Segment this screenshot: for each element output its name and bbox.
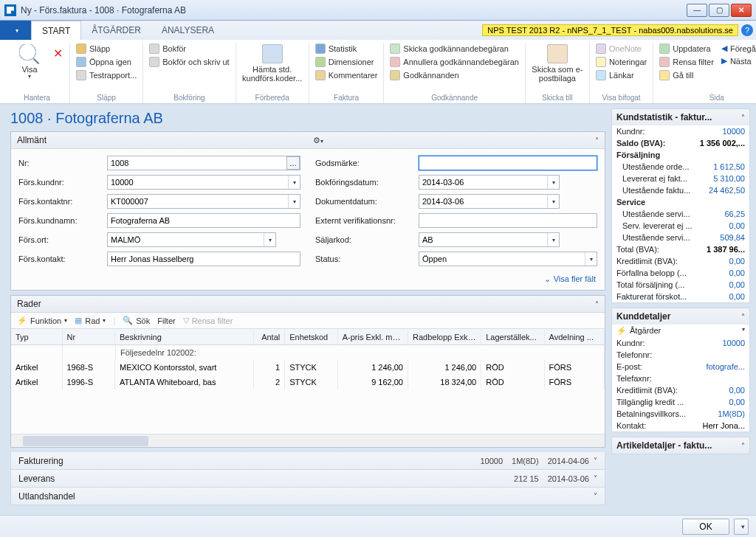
- help-icon[interactable]: ?: [741, 24, 753, 36]
- chevron-up-icon[interactable]: ˄: [595, 300, 599, 308]
- field-godsmarke[interactable]: [419, 156, 597, 170]
- testrapport-button[interactable]: Testrapport...: [75, 69, 138, 81]
- field-fort[interactable]: MALMÖ▾: [107, 232, 276, 247]
- statistics-icon: [315, 44, 326, 54]
- lankar-button[interactable]: Länkar: [594, 69, 648, 81]
- ok-dropdown-button[interactable]: [734, 519, 749, 535]
- chevron-up-icon[interactable]: ˄: [741, 114, 745, 122]
- col-lagerstalle[interactable]: Lagerställek...: [481, 330, 544, 344]
- uppdatera-button[interactable]: Uppdatera: [658, 43, 715, 55]
- hamta-std-button[interactable]: Hämta std. kundförs.koder...: [241, 43, 304, 83]
- visa-button[interactable]: Visa ▾: [9, 43, 50, 80]
- col-nr[interactable]: Nr: [63, 330, 115, 344]
- chevron-down-icon[interactable]: ▾: [547, 195, 559, 208]
- factbox-artikeldetaljer-header[interactable]: Artikeldetaljer - faktu...˄: [612, 437, 749, 454]
- fasttab-allmant-header[interactable]: Allmänt ⚙▾ ˄: [11, 132, 605, 149]
- maximize-button[interactable]: ▢: [709, 4, 729, 17]
- stat-kundnr-value[interactable]: 10000: [701, 127, 745, 136]
- field-externt-ver[interactable]: [419, 213, 597, 228]
- noteringar-button[interactable]: Noteringar: [594, 56, 648, 68]
- fasttab-utlandshandel[interactable]: Utlandshandel ˅: [10, 488, 605, 505]
- chevron-down-icon[interactable]: ▾: [288, 195, 300, 208]
- tab-start[interactable]: START: [31, 21, 81, 40]
- foregaende-button[interactable]: ◀Föregående: [720, 43, 756, 54]
- bokfor-skriv-button[interactable]: Bokför och skriv ut: [148, 56, 230, 68]
- table-row[interactable]: Artikel1968-SMEXICO Kontorsstol, svart1S…: [11, 360, 605, 375]
- rensa-filter-button[interactable]: Rensa filter: [658, 56, 715, 68]
- close-button[interactable]: ✕: [731, 4, 752, 17]
- gear-icon[interactable]: ⚙▾: [313, 136, 323, 145]
- rensa-filter-button[interactable]: ▽Rensa filter: [183, 316, 233, 325]
- field-fkontaktnr[interactable]: KT000007▾: [107, 194, 300, 209]
- bokfor-button[interactable]: Bokför: [148, 43, 230, 55]
- kommentarer-button[interactable]: Kommentarer: [314, 69, 379, 81]
- funktion-menu[interactable]: ⚡Funktion▾: [17, 316, 67, 325]
- chevron-down-icon[interactable]: ˅: [594, 474, 597, 482]
- tab-atgarder[interactable]: ÅTGÄRDER: [81, 21, 151, 40]
- show-more-fields[interactable]: Visa fler fält: [11, 271, 605, 290]
- col-beskrivning[interactable]: Beskrivning: [115, 330, 254, 344]
- col-radbelopp[interactable]: Radbelopp Exkl....: [408, 330, 481, 344]
- atgarder-menu[interactable]: ⚡Åtgärder▾: [612, 325, 749, 337]
- delete-icon: ✕: [47, 44, 68, 63]
- lines-grid[interactable]: Typ Nr Beskrivning Antal Enhetskod A-pri…: [11, 329, 605, 434]
- chevron-up-icon[interactable]: ˄: [595, 136, 599, 145]
- field-fkontakt[interactable]: Herr Jonas Hasselberg: [107, 252, 300, 266]
- table-row[interactable]: Artikel1996-SATLANTA Whiteboard, bas2STY…: [11, 375, 605, 389]
- fasttab-rader-header[interactable]: Rader˄: [11, 296, 605, 313]
- filter-button[interactable]: Filter: [157, 316, 175, 325]
- ga-till-button[interactable]: Gå till: [658, 69, 715, 81]
- col-enhetskod[interactable]: Enhetskod: [285, 330, 337, 344]
- godkannanden-button[interactable]: Godkännanden: [388, 69, 520, 81]
- onenote-button[interactable]: OneNote: [594, 43, 648, 55]
- sok-button[interactable]: 🔍Sök: [123, 316, 150, 325]
- field-bokforingsdatum[interactable]: 2014-03-06▾: [419, 175, 560, 190]
- statistik-button[interactable]: Statistik: [314, 43, 379, 55]
- tab-analysera[interactable]: ANALYSERA: [151, 21, 224, 40]
- grid-group-row[interactable]: Följesedelnr 102002:: [11, 345, 605, 360]
- field-status[interactable]: Öppen▾: [419, 252, 597, 266]
- slapp-button[interactable]: Släpp: [75, 43, 138, 55]
- customer-codes-icon: [262, 44, 283, 63]
- skicka-godk-button[interactable]: Skicka godkännandebegäran: [388, 43, 520, 55]
- chevron-up-icon[interactable]: ˄: [741, 442, 745, 450]
- file-tab[interactable]: [0, 21, 31, 40]
- grid-horizontal-scrollbar[interactable]: [11, 434, 605, 447]
- fasttab-leverans[interactable]: Leverans 212 15 2014-03-06 ˅: [10, 470, 605, 488]
- field-fkundnamn[interactable]: Fotograferna AB: [107, 213, 300, 228]
- chevron-down-icon[interactable]: ▾: [547, 176, 559, 189]
- field-fkundnr[interactable]: 10000▾: [107, 175, 300, 190]
- field-dokumentdatum[interactable]: 2014-03-06▾: [419, 194, 560, 209]
- chevron-down-icon[interactable]: ▾: [547, 233, 559, 246]
- delete-button[interactable]: ✕: [50, 43, 65, 65]
- col-antal[interactable]: Antal: [254, 330, 285, 344]
- testreport-icon: [76, 70, 86, 80]
- annullera-godk-button[interactable]: Annullera godkännandebegäran: [388, 56, 520, 68]
- ok-button[interactable]: OK: [682, 519, 729, 535]
- chevron-down-icon[interactable]: ˅: [594, 457, 597, 465]
- chevron-down-icon[interactable]: ˅: [594, 492, 597, 500]
- fasttab-rader: Rader˄ ⚡Funktion▾ ▦Rad▾ | 🔍Sök Filter ▽R…: [10, 295, 605, 448]
- lookup-icon[interactable]: …: [286, 156, 300, 170]
- chevron-up-icon[interactable]: ˄: [741, 313, 745, 321]
- stat-saldo-value[interactable]: 1 356 002,...: [700, 139, 745, 148]
- chevron-down-icon[interactable]: ▾: [264, 233, 275, 246]
- rad-menu[interactable]: ▦Rad▾: [75, 316, 106, 325]
- factbox-kundstatistik-header[interactable]: Kundstatistik - faktur...˄: [612, 109, 749, 125]
- factbox-kunddetaljer-header[interactable]: Kunddetaljer˄: [612, 308, 749, 325]
- window-title: Ny - Förs.faktura - 1008 · Fotograferna …: [21, 5, 687, 15]
- oppna-igen-button[interactable]: Öppna igen: [75, 56, 138, 68]
- page-title: 1008 · Fotograferna AB: [10, 110, 605, 127]
- chevron-down-icon[interactable]: ▾: [288, 176, 300, 189]
- dimensioner-button[interactable]: Dimensioner: [314, 56, 379, 68]
- skicka-epost-button[interactable]: Skicka som e-postbilaga: [530, 43, 585, 83]
- fasttab-fakturering[interactable]: Fakturering 10000 1M(8D) 2014-04-06 ˅: [10, 452, 605, 470]
- col-avdelning[interactable]: Avdelning ...: [545, 330, 605, 344]
- field-saljarkod[interactable]: AB▾: [419, 232, 560, 247]
- chevron-down-icon[interactable]: ▾: [585, 252, 597, 266]
- minimize-button[interactable]: —: [687, 4, 707, 17]
- col-apris[interactable]: A-pris Exkl. mo...: [338, 330, 408, 344]
- nasta-button[interactable]: ▶Nästa: [720, 55, 756, 66]
- field-nr[interactable]: 1008…: [107, 156, 300, 170]
- col-typ[interactable]: Typ: [11, 330, 63, 344]
